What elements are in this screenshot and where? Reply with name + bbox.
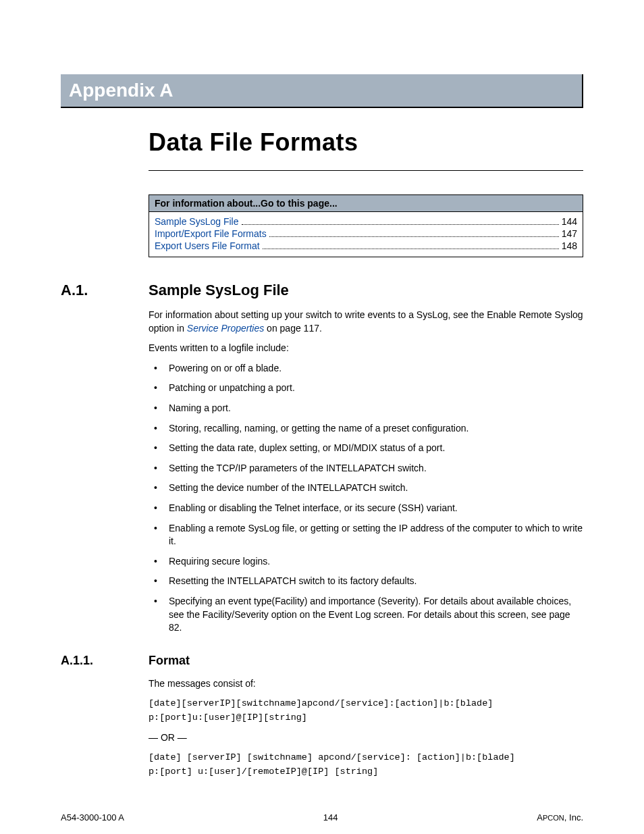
list-item: Patching or unpatching a port. [149,382,583,395]
section-a1-body: For information about setting up your sw… [149,309,583,635]
msg-intro: The messages consist of: [149,677,583,691]
toc-dots [242,224,559,225]
footer-doc-id: A54-3000-100 A [61,812,124,823]
footer-company-suffix: , Inc. [564,812,583,823]
list-item: Resetting the INTELLAPATCH switch to its… [149,575,583,588]
or-separator: — OR — [149,731,583,745]
footer-page-number: 144 [323,812,338,823]
list-item: Setting the data rate, duplex setting, o… [149,442,583,455]
intro-text-after: on page 117. [264,323,322,334]
list-item: Naming a port. [149,402,583,415]
footer-company-caps: PCON [543,814,564,822]
list-item: Storing, recalling, naming, or getting t… [149,422,583,436]
section-heading-a1: A.1. Sample SysLog File [61,282,583,299]
list-item: Powering on or off a blade. [149,362,583,375]
page-title: Data File Formats [149,128,583,157]
section-number: A.1. [61,282,149,299]
toc-link-syslog[interactable]: Sample SysLog File [155,216,239,227]
intro-paragraph: For information about setting up your sw… [149,309,583,335]
section-a11-body: The messages consist of: [date][serverIP… [149,677,583,779]
section-title: Sample SysLog File [149,282,289,299]
toc-header: For information about...Go to this page.… [149,195,583,212]
toc-dots [263,249,559,249]
format-code-2: [date] [serverIP] [switchname] apcond/[s… [149,751,583,779]
appendix-banner: Appendix A [61,74,583,108]
list-item: Specifying an event type(Facility) and i… [149,595,583,635]
toc-box: For information about...Go to this page.… [149,194,583,257]
toc-row: Sample SysLog File 144 [155,216,577,227]
page-footer: A54-3000-100 A 144 APCON, Inc. [61,812,583,823]
toc-row: Import/Export File Formats 147 [155,228,577,239]
title-rule [149,170,583,171]
toc-dots [269,236,559,237]
section-heading-a11: A.1.1. Format [61,654,583,668]
list-item: Requiring secure logins. [149,555,583,569]
list-item: Setting the TCP/IP parameters of the INT… [149,462,583,475]
format-code-1: [date][serverIP][switchname]apcond/[serv… [149,697,583,725]
list-item: Setting the device number of the INTELLA… [149,481,583,495]
footer-company: APCON, Inc. [537,812,583,823]
subsection-number: A.1.1. [61,654,149,668]
toc-page: 147 [562,228,577,239]
toc-body: Sample SysLog File 144 Import/Export Fil… [149,212,583,257]
events-intro: Events written to a logfile include: [149,342,583,355]
events-list: Powering on or off a blade. Patching or … [149,362,583,635]
toc-link-import-export[interactable]: Import/Export File Formats [155,228,267,239]
toc-page: 148 [562,240,577,251]
toc-page: 144 [562,216,577,227]
footer-company-prefix: A [537,812,543,823]
subsection-title: Format [149,654,190,668]
list-item: Enabling or disabling the Telnet interfa… [149,502,583,515]
list-item: Enabling a remote SysLog file, or gettin… [149,522,583,548]
service-properties-link[interactable]: Service Properties [187,323,264,334]
toc-link-export-users[interactable]: Export Users File Format [155,240,260,251]
toc-row: Export Users File Format 148 [155,240,577,251]
